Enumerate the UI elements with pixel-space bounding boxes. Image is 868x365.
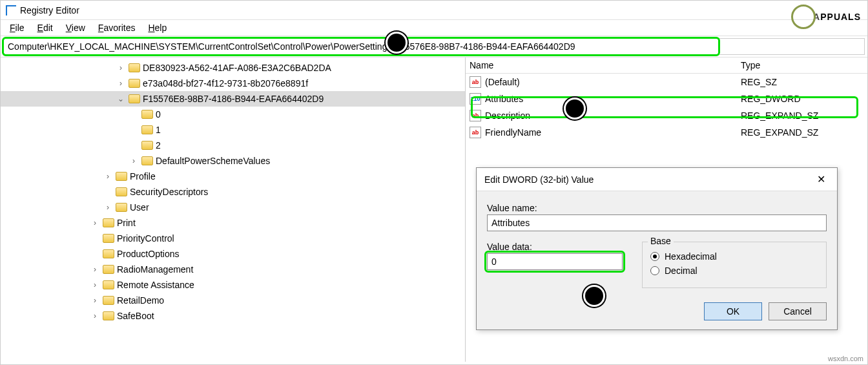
dialog-title: Edit DWORD (32-bit) Value: [484, 174, 594, 185]
chevron-right-icon[interactable]: ›: [90, 311, 100, 321]
radio-label: Decimal: [665, 266, 698, 276]
radio-hexadecimal[interactable]: [650, 252, 659, 261]
address-bar[interactable]: Computer\HKEY_LOCAL_MACHINE\SYSTEM\Curre…: [3, 38, 865, 55]
ok-button[interactable]: OK: [704, 302, 762, 320]
tree-item[interactable]: 2: [1, 138, 465, 153]
callout-1: 1: [386, 32, 408, 54]
tree-item[interactable]: 1: [1, 122, 465, 138]
value-type: REG_EXPAND_SZ: [741, 110, 818, 121]
cancel-button[interactable]: Cancel: [769, 302, 827, 320]
radio-decimal[interactable]: [650, 266, 659, 275]
menu-edit[interactable]: Edit: [32, 21, 58, 34]
tree-label: 2: [156, 140, 161, 151]
folder-icon: [116, 187, 127, 196]
folder-icon: [103, 296, 114, 305]
base-col: Base Hexadecimal Decimal: [642, 238, 827, 288]
chevron-down-icon[interactable]: ⌄: [116, 94, 126, 104]
tree-item[interactable]: ›Print: [1, 215, 465, 231]
radio-dec-row[interactable]: Decimal: [650, 266, 818, 276]
chevron-right-icon[interactable]: ›: [90, 280, 100, 290]
radio-hex-row[interactable]: Hexadecimal: [650, 251, 818, 262]
string-icon: ab: [470, 110, 481, 121]
dword-icon: 110: [470, 93, 481, 105]
tree-item[interactable]: ›RadioManagement: [1, 262, 465, 277]
folder-icon: [103, 249, 114, 258]
tree-item[interactable]: ProductOptions: [1, 246, 465, 262]
chevron-right-icon[interactable]: ›: [90, 218, 100, 228]
chevron-right-icon[interactable]: ›: [129, 156, 139, 166]
tree-item[interactable]: ›DefaultPowerSchemeValues: [1, 153, 465, 169]
value-type: REG_DWORD: [741, 94, 801, 104]
callout-2: 2: [564, 98, 586, 120]
tree-label: SafeBoot: [117, 311, 154, 321]
tree-label: PriorityControl: [117, 233, 174, 244]
chevron-right-icon[interactable]: ›: [90, 264, 100, 275]
tree-item[interactable]: 0: [1, 107, 465, 122]
value-type: REG_SZ: [741, 77, 777, 87]
values-header: Name Type: [466, 57, 867, 74]
string-icon: ab: [470, 127, 481, 138]
tree-item[interactable]: ›Remote Assistance: [1, 277, 465, 293]
folder-icon: [103, 234, 114, 243]
tree-item[interactable]: SecurityDescriptors: [1, 184, 465, 200]
tree-item[interactable]: ›Profile: [1, 169, 465, 184]
tree-pane[interactable]: ›DE830923-A562-41AF-A086-E3A2C6BAD2DA ›e…: [1, 57, 466, 362]
close-icon[interactable]: ✕: [813, 173, 829, 185]
tree-label: RadioManagement: [117, 264, 193, 275]
tree-item[interactable]: ›SafeBoot: [1, 308, 465, 324]
dialog-titlebar: Edit DWORD (32-bit) Value ✕: [477, 168, 837, 191]
folder-icon: [141, 125, 153, 134]
chevron-right-icon[interactable]: ›: [103, 202, 113, 213]
col-type[interactable]: Type: [741, 60, 760, 70]
chevron-right-icon[interactable]: ›: [103, 171, 113, 182]
value-name: (Default): [485, 77, 520, 87]
input-value-name[interactable]: [487, 214, 827, 231]
tree-label: SecurityDescriptors: [130, 187, 208, 197]
col-name[interactable]: Name: [470, 60, 741, 70]
tree-item[interactable]: ›DE830923-A562-41AF-A086-E3A2C6BAD2DA: [1, 60, 465, 76]
dialog-body: Value name: Value data: Base Hexadecimal: [477, 191, 837, 296]
string-icon: ab: [470, 76, 481, 88]
watermark-logo: APPUALS: [791, 5, 861, 29]
menu-help[interactable]: Help: [143, 21, 172, 34]
tree-item[interactable]: PriorityControl: [1, 231, 465, 246]
input-value-data[interactable]: [487, 253, 623, 270]
menu-view[interactable]: View: [61, 21, 90, 34]
folder-icon: [116, 172, 127, 181]
tree-label: ProductOptions: [117, 249, 180, 259]
tree-item-selected[interactable]: ⌄F15576E8-98B7-4186-B944-EAFA664402D9: [1, 91, 465, 107]
tree-label: Print: [117, 218, 136, 228]
folder-icon: [129, 94, 140, 103]
chevron-right-icon[interactable]: ›: [90, 295, 100, 306]
titlebar: Registry Editor: [1, 1, 867, 20]
chevron-right-icon[interactable]: ›: [116, 63, 126, 73]
value-row-attributes[interactable]: 110Attributes REG_DWORD: [466, 90, 867, 107]
value-row[interactable]: abFriendlyName REG_EXPAND_SZ: [466, 124, 867, 141]
tree-label: 0: [156, 109, 161, 120]
base-legend: Base: [648, 236, 674, 246]
tree-label: 1: [156, 125, 161, 135]
base-groupbox: Base Hexadecimal Decimal: [642, 242, 827, 288]
value-name: Description: [485, 110, 530, 121]
menu-file[interactable]: File: [5, 21, 30, 34]
menu-favorites[interactable]: Favorites: [93, 21, 141, 34]
value-name: Attributes: [485, 94, 523, 104]
value-row[interactable]: abDescription REG_EXPAND_SZ: [466, 107, 867, 124]
chevron-right-icon[interactable]: ›: [116, 78, 126, 89]
folder-icon: [103, 265, 114, 274]
regedit-icon: [6, 5, 16, 16]
menubar: File Edit View Favorites Help: [1, 20, 867, 36]
tree-item[interactable]: ›User: [1, 200, 465, 215]
tree-item[interactable]: ›RetailDemo: [1, 293, 465, 308]
edit-dword-dialog: Edit DWORD (32-bit) Value ✕ Value name: …: [476, 167, 838, 330]
window-title: Registry Editor: [20, 5, 79, 16]
tree-label: Profile: [130, 171, 156, 182]
folder-icon: [141, 156, 153, 165]
value-row[interactable]: ab(Default) REG_SZ: [466, 74, 867, 90]
tree-item[interactable]: ›e73a048d-bf27-4f12-9731-8b2076e8891f: [1, 76, 465, 91]
tree-label: Remote Assistance: [117, 280, 194, 290]
dialog-buttons: OK Cancel: [477, 296, 837, 329]
tree-label: F15576E8-98B7-4186-B944-EAFA664402D9: [143, 94, 324, 104]
value-type: REG_EXPAND_SZ: [741, 127, 818, 138]
label-value-name: Value name:: [487, 203, 827, 213]
